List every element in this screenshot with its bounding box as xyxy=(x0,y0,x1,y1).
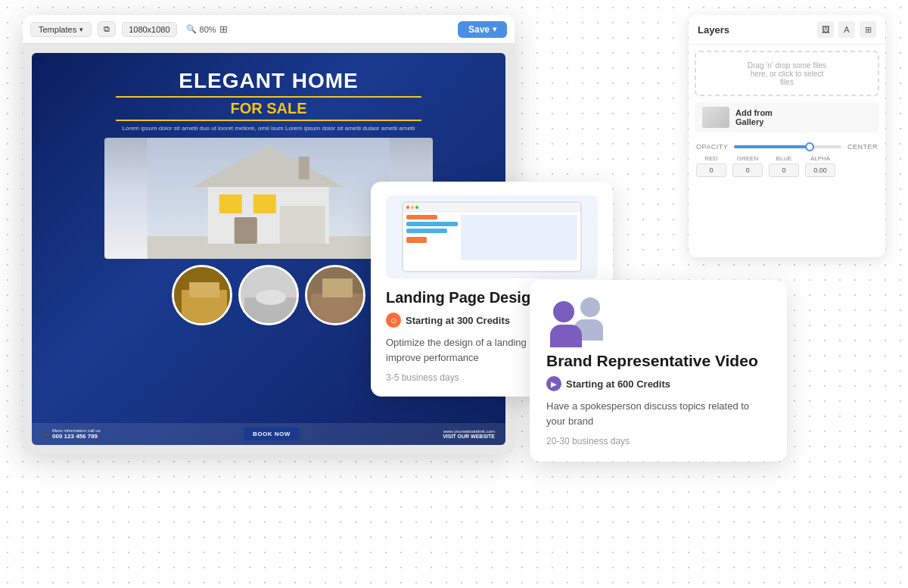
layers-toolbar: 🖼 A ⊞ xyxy=(817,21,876,38)
mini-browser-content xyxy=(403,212,580,263)
layers-controls: OPACITY CENTER RED 0 GREEN 0 BLUE xyxy=(695,140,879,180)
mini-sidebar xyxy=(406,215,458,260)
footer-website: www.yourwebsitelink.com VISIT OUR WEBSIT… xyxy=(443,429,495,439)
browser-dot-yellow xyxy=(411,206,414,209)
red-input-group: RED 0 xyxy=(696,155,726,177)
layers-panel-header: Layers 🖼 A ⊞ xyxy=(689,15,885,45)
layer-add-icon[interactable]: ⊞ xyxy=(860,21,876,38)
layers-dropzone[interactable]: Drag 'n' drop some files here, or click … xyxy=(695,51,879,96)
mini-bar-3 xyxy=(406,229,447,233)
brand-duration: 20-30 business days xyxy=(546,436,770,446)
brand-card-icon xyxy=(546,295,607,341)
brand-description: Have a spokesperson discuss topics relat… xyxy=(546,399,770,428)
add-gallery-label: Add from Gallery xyxy=(735,108,773,126)
brand-credits: ▶ Starting at 600 Credits xyxy=(546,376,770,391)
design-lorem-text: Lorem ipsum dolor sit ametii duo ut loor… xyxy=(50,124,487,133)
mini-main-content xyxy=(461,215,577,260)
opacity-row: OPACITY CENTER xyxy=(696,143,878,151)
mini-browser-mockup xyxy=(402,201,582,272)
green-field[interactable]: 0 xyxy=(732,163,763,177)
color-inputs: RED 0 GREEN 0 BLUE 0 ALPHA 0.00 xyxy=(696,155,878,177)
layers-panel: Layers 🖼 A ⊞ Drag 'n' drop some files he… xyxy=(689,15,885,257)
editor-toolbar: Templates ▾ ⧉ 1080x1080 🔍 80% ⊞ Save ▾ xyxy=(23,15,515,44)
footer-phone: 📞 More information call us 000 123 456 7… xyxy=(42,428,101,440)
svg-rect-6 xyxy=(253,194,276,213)
svg-rect-17 xyxy=(322,278,353,297)
zoom-control: 🔍 80% ⊞ xyxy=(186,23,228,35)
svg-rect-8 xyxy=(299,157,309,179)
add-from-gallery-button[interactable]: Add from Gallery xyxy=(695,102,879,132)
person-head-back xyxy=(580,297,600,317)
copy-button[interactable]: ⧉ xyxy=(98,21,116,37)
templates-arrow-icon: ▾ xyxy=(79,26,83,33)
opacity-slider-fill xyxy=(734,145,809,148)
landing-credits-text: Starting at 300 Credits xyxy=(406,315,510,326)
opacity-slider[interactable] xyxy=(734,145,841,148)
layer-text-icon[interactable]: A xyxy=(838,21,855,38)
svg-rect-7 xyxy=(235,217,257,244)
layers-panel-title: Layers xyxy=(698,24,729,36)
alpha-label: ALPHA xyxy=(810,155,830,162)
green-input-group: GREEN 0 xyxy=(732,155,763,177)
property-circle-2 xyxy=(238,265,299,325)
people-icon xyxy=(550,297,603,339)
blue-input-group: BLUE 0 xyxy=(769,155,799,177)
center-label: CENTER xyxy=(847,143,878,151)
alpha-input-group: ALPHA 0.00 xyxy=(805,155,835,177)
brand-credits-icon: ▶ xyxy=(546,376,561,391)
opacity-label: OPACITY xyxy=(696,143,728,151)
alpha-field[interactable]: 0.00 xyxy=(805,163,835,177)
design-footer: 📞 More information call us 000 123 456 7… xyxy=(32,423,505,445)
layer-image-icon[interactable]: 🖼 xyxy=(817,21,834,38)
book-now-btn: BOOK NOW xyxy=(244,428,300,440)
blue-field[interactable]: 0 xyxy=(769,163,799,177)
opacity-slider-thumb[interactable] xyxy=(805,142,814,151)
svg-rect-11 xyxy=(189,282,219,297)
property-circle-1 xyxy=(172,265,232,325)
browser-dot-red xyxy=(406,206,409,209)
layers-panel-body: Drag 'n' drop some files here, or click … xyxy=(689,45,885,257)
blue-label: BLUE xyxy=(776,155,792,162)
person-head-front xyxy=(553,301,574,322)
save-button[interactable]: Save ▾ xyxy=(458,21,507,38)
mini-bar-2 xyxy=(406,222,458,226)
property-circle-3 xyxy=(305,265,365,325)
brand-representative-card: Brand Representative Video ▶ Starting at… xyxy=(530,280,787,462)
mini-browser-bar xyxy=(403,203,580,212)
svg-rect-16 xyxy=(311,294,364,325)
browser-dot-green xyxy=(415,206,418,209)
person-front xyxy=(550,301,582,347)
design-title-line1: ELEGANT HOME xyxy=(50,70,487,93)
svg-rect-4 xyxy=(280,206,325,244)
save-arrow-icon: ▾ xyxy=(493,25,496,33)
red-label: RED xyxy=(705,155,718,162)
svg-point-14 xyxy=(256,290,286,305)
brand-service-title: Brand Representative Video xyxy=(546,351,770,370)
templates-button[interactable]: Templates ▾ xyxy=(30,22,92,37)
brand-credits-text: Starting at 600 Credits xyxy=(566,378,670,390)
landing-credits-icon: ⊙ xyxy=(386,313,401,328)
svg-rect-5 xyxy=(219,194,242,213)
landing-page-preview xyxy=(386,195,598,278)
green-label: GREEN xyxy=(737,155,758,162)
red-field[interactable]: 0 xyxy=(696,163,726,177)
canvas-size: 1080x1080 xyxy=(122,22,176,37)
mini-bar-btn xyxy=(406,237,427,243)
person-body-front xyxy=(550,325,582,347)
mini-bar-1 xyxy=(406,215,437,219)
design-title-line2: FOR SALE xyxy=(116,96,422,121)
gallery-placeholder-image xyxy=(702,107,729,128)
